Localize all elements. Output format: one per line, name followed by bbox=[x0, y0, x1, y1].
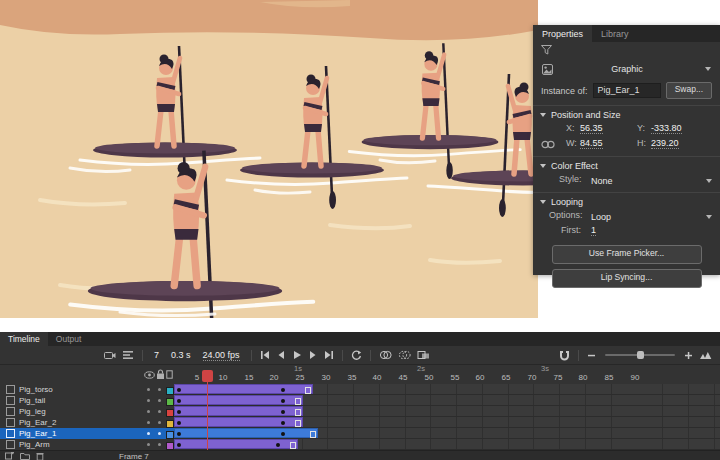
layer-visibility-dot[interactable] bbox=[147, 410, 150, 413]
w-value[interactable]: 84.55 bbox=[580, 138, 603, 149]
layer-outline-color[interactable] bbox=[166, 398, 174, 406]
tween-span-selected[interactable] bbox=[174, 428, 318, 438]
layer-row[interactable]: Pig_torso bbox=[0, 384, 174, 395]
layer-lock-dot[interactable] bbox=[158, 388, 161, 391]
x-value[interactable]: 56.35 bbox=[580, 123, 603, 134]
layer-lock-dot[interactable] bbox=[158, 421, 161, 424]
layer-visibility-dot[interactable] bbox=[147, 399, 150, 402]
delete-layer-icon[interactable] bbox=[36, 452, 44, 460]
frame-row[interactable] bbox=[174, 406, 720, 417]
wh-row: W: 84.55 H: 239.20 bbox=[533, 138, 720, 156]
tween-span[interactable] bbox=[174, 417, 303, 427]
loop-playback-icon[interactable] bbox=[351, 350, 362, 361]
keyframe-dot[interactable] bbox=[177, 410, 181, 414]
new-layer-icon[interactable] bbox=[5, 452, 14, 460]
style-dropdown[interactable]: None bbox=[591, 174, 712, 188]
position-size-header[interactable]: Position and Size bbox=[533, 106, 720, 123]
camera-icon[interactable] bbox=[104, 350, 116, 360]
outline-color-column-icon[interactable] bbox=[166, 370, 173, 379]
link-constrain-icon[interactable] bbox=[541, 140, 555, 149]
keyframe-dot[interactable] bbox=[276, 443, 280, 447]
keyframe-dot[interactable] bbox=[281, 421, 285, 425]
tween-span[interactable] bbox=[174, 406, 303, 416]
new-folder-icon[interactable] bbox=[20, 452, 30, 460]
frame-row[interactable] bbox=[174, 384, 720, 395]
step-forward-icon[interactable] bbox=[308, 350, 318, 360]
playhead[interactable] bbox=[202, 370, 213, 382]
layer-row[interactable]: Pig_Arm bbox=[0, 439, 174, 450]
step-back-icon[interactable] bbox=[276, 350, 286, 360]
h-value[interactable]: 239.20 bbox=[651, 138, 679, 149]
layer-outline-color[interactable] bbox=[166, 431, 174, 439]
layer-lock-dot[interactable] bbox=[158, 399, 161, 402]
swap-button[interactable]: Swap... bbox=[666, 82, 712, 99]
onion-skin-outline-icon[interactable] bbox=[398, 350, 411, 360]
edit-multiple-frames-icon[interactable] bbox=[417, 350, 430, 360]
color-effect-header[interactable]: Color Effect bbox=[533, 157, 720, 174]
instance-name-field[interactable]: Pig_Ear_1 bbox=[593, 83, 661, 98]
show-hide-eye-icon[interactable] bbox=[144, 371, 155, 379]
tab-properties[interactable]: Properties bbox=[533, 25, 592, 42]
looping-header[interactable]: Looping bbox=[533, 193, 720, 210]
tween-span[interactable] bbox=[174, 395, 303, 405]
layer-row-selected[interactable]: Pig_Ear_1 bbox=[0, 428, 174, 439]
frame-rate-value[interactable]: 24.00 fps bbox=[203, 350, 240, 361]
frame-grid[interactable] bbox=[174, 384, 720, 450]
lip-syncing-button[interactable]: Lip Syncing... bbox=[552, 269, 702, 288]
keyframe-dot[interactable] bbox=[281, 399, 285, 403]
stage-canvas[interactable] bbox=[0, 0, 538, 318]
symbol-type-dropdown[interactable]: Graphic bbox=[542, 60, 711, 78]
layer-outline-color[interactable] bbox=[166, 420, 174, 428]
frame-row[interactable] bbox=[174, 395, 720, 406]
y-value[interactable]: -333.80 bbox=[651, 123, 682, 134]
frame-row[interactable] bbox=[174, 439, 720, 450]
layer-visibility-dot[interactable] bbox=[147, 432, 150, 435]
layer-outline-color[interactable] bbox=[166, 442, 174, 450]
frame-row-selected[interactable] bbox=[174, 428, 720, 439]
layer-lock-dot[interactable] bbox=[158, 443, 161, 446]
layer-lock-dot[interactable] bbox=[158, 410, 161, 413]
tab-library[interactable]: Library bbox=[592, 25, 638, 42]
layer-depth-icon[interactable] bbox=[122, 350, 134, 360]
keyframe-dot[interactable] bbox=[281, 410, 285, 414]
zoom-slider-knob[interactable] bbox=[637, 351, 644, 359]
keyframe-dot[interactable] bbox=[177, 421, 181, 425]
tab-timeline[interactable]: Timeline bbox=[0, 332, 48, 346]
filter-icon[interactable] bbox=[541, 45, 552, 55]
keyframe-dot[interactable] bbox=[177, 432, 181, 436]
layer-lock-dot[interactable] bbox=[158, 432, 161, 435]
timeline-zoom-slider[interactable] bbox=[605, 354, 675, 356]
layer-row[interactable]: Pig_Ear_2 bbox=[0, 417, 174, 428]
snap-magnet-icon[interactable] bbox=[559, 350, 570, 361]
section-collapse-icon bbox=[540, 164, 546, 168]
layer-visibility-dot[interactable] bbox=[147, 421, 150, 424]
resize-timeline-view-icon[interactable] bbox=[699, 350, 712, 360]
frame-row[interactable] bbox=[174, 417, 720, 428]
properties-panel: Properties Library Graphic Instance of: … bbox=[533, 25, 720, 275]
zoom-in-icon[interactable] bbox=[684, 351, 693, 360]
keyframe-dot[interactable] bbox=[177, 388, 181, 392]
tab-output[interactable]: Output bbox=[48, 332, 90, 346]
keyframe-dot[interactable] bbox=[177, 443, 181, 447]
layer-row[interactable]: Pig_tail bbox=[0, 395, 174, 406]
layer-visibility-dot[interactable] bbox=[147, 443, 150, 446]
use-frame-picker-button[interactable]: Use Frame Picker... bbox=[552, 245, 702, 264]
zoom-out-icon[interactable] bbox=[587, 351, 596, 360]
layer-row[interactable]: Pig_leg bbox=[0, 406, 174, 417]
layer-visibility-dot[interactable] bbox=[147, 388, 150, 391]
loop-dropdown[interactable]: Loop bbox=[591, 210, 712, 224]
play-icon[interactable] bbox=[292, 350, 302, 360]
keyframe-dot[interactable] bbox=[281, 388, 285, 392]
keyframe-dot[interactable] bbox=[177, 399, 181, 403]
layer-outline-color[interactable] bbox=[166, 387, 174, 395]
keyframe-dot[interactable] bbox=[281, 432, 285, 436]
onion-skin-icon[interactable] bbox=[379, 350, 392, 360]
tween-span[interactable] bbox=[174, 384, 313, 394]
frame-ruler[interactable]: 1s 2s 3s 5 10 15 20 25 30 35 40 45 50 55… bbox=[174, 364, 720, 384]
go-to-last-frame-icon[interactable] bbox=[324, 350, 334, 360]
layer-outline-color[interactable] bbox=[166, 409, 174, 417]
lock-icon[interactable] bbox=[156, 369, 165, 380]
go-to-first-frame-icon[interactable] bbox=[260, 350, 270, 360]
first-value[interactable]: 1 bbox=[591, 225, 596, 236]
tween-span[interactable] bbox=[174, 439, 298, 449]
